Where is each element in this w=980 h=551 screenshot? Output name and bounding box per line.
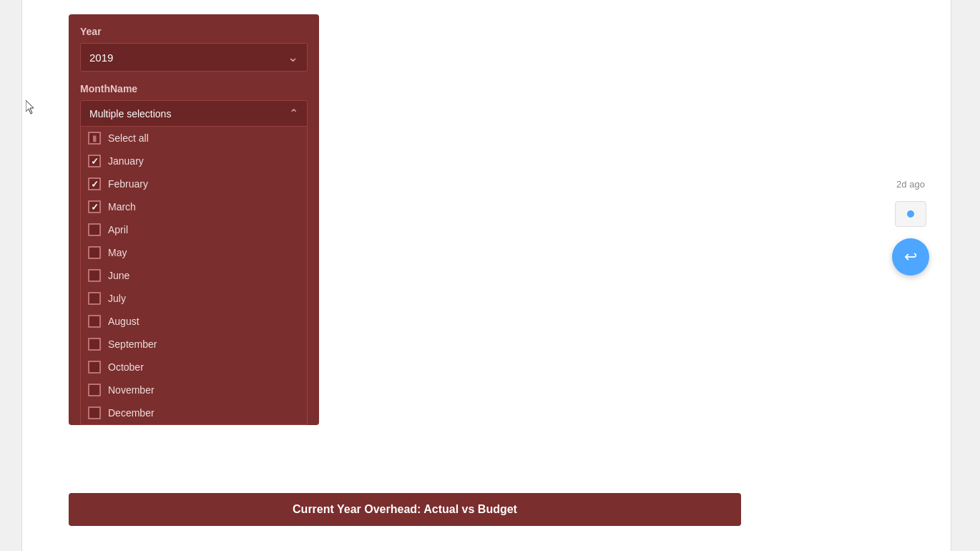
month-name: March [108,201,136,213]
checkbox-april[interactable] [88,223,101,236]
checkbox-may[interactable] [88,246,101,259]
year-value: 2019 [89,52,113,64]
month-name: September [108,338,157,350]
chevron-up-icon: ⌃ [289,107,298,120]
indicator-button[interactable] [895,201,926,227]
list-item[interactable]: June [81,264,307,287]
list-item[interactable]: September [81,333,307,356]
list-item[interactable]: December [81,401,307,424]
month-name: July [108,293,126,304]
checkbox-december[interactable] [88,406,101,419]
right-panel: 2d ago ↩ [892,179,929,276]
list-item[interactable]: October [81,356,307,379]
chevron-down-icon: ⌄ [288,49,298,65]
checkmark-icon: ✓ [91,203,99,212]
list-item[interactable]: ▮ Select all [81,127,307,150]
checkbox-june[interactable] [88,269,101,282]
list-item[interactable]: November [81,379,307,401]
month-name: Select all [108,132,149,144]
chart-title: Current Year Overhead: Actual vs Budget [293,503,517,515]
month-dropdown-header[interactable]: Multiple selections ⌃ [80,100,308,127]
checkbox-october[interactable] [88,361,101,374]
month-name: December [108,407,155,419]
month-name: June [108,270,129,281]
undo-button[interactable]: ↩ [892,238,929,276]
checkmark-icon: ✓ [91,180,99,189]
svg-marker-0 [26,100,34,114]
list-item[interactable]: April [81,218,307,241]
year-label: Year [80,26,308,37]
month-name: February [108,178,148,190]
month-name: August [108,316,139,327]
filter-panel: Year 2019 ⌄ MonthName Multiple selection… [69,14,319,425]
month-name: May [108,247,127,258]
list-item[interactable]: May [81,241,307,264]
month-label: MonthName [80,83,308,94]
checkbox-february[interactable]: ✓ [88,177,101,190]
list-item[interactable]: ✓ February [81,172,307,195]
cursor-icon [26,100,37,112]
month-name: October [108,361,144,373]
undo-icon: ↩ [904,248,917,266]
list-item[interactable]: July [81,287,307,310]
month-name: April [108,224,128,235]
month-name: November [108,384,155,396]
list-item[interactable]: ✓ March [81,195,307,218]
main-area: Year 2019 ⌄ MonthName Multiple selection… [21,0,951,551]
checkbox-january[interactable]: ✓ [88,155,101,167]
bottom-bar: Current Year Overhead: Actual vs Budget [69,493,741,526]
checkbox-icon: ▮ [92,135,97,142]
year-dropdown[interactable]: 2019 ⌄ [80,43,308,72]
dot-icon [907,210,914,218]
month-name: January [108,155,144,167]
checkbox-march[interactable]: ✓ [88,200,101,213]
timestamp: 2d ago [896,179,925,190]
list-item[interactable]: ✓ January [81,150,307,172]
checkbox-november[interactable] [88,384,101,396]
list-item[interactable]: August [81,310,307,333]
checkbox-july[interactable] [88,292,101,305]
month-list: ▮ Select all ✓ January ✓ February [80,127,308,425]
checkmark-icon: ✓ [91,157,99,166]
checkbox-select-all[interactable]: ▮ [88,132,101,145]
checkbox-august[interactable] [88,315,101,328]
multiple-selections-label: Multiple selections [89,108,171,120]
checkbox-september[interactable] [88,338,101,351]
